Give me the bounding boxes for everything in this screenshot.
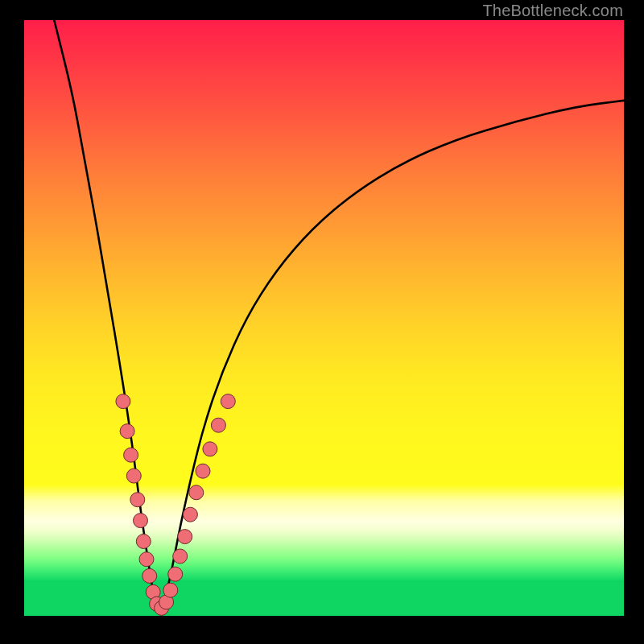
marker-dot bbox=[116, 394, 130, 409]
marker-dot bbox=[178, 530, 192, 544]
chart-frame: TheBottleneck.com bbox=[0, 0, 644, 644]
marker-dot bbox=[168, 567, 183, 581]
marker-dot bbox=[142, 568, 157, 583]
marker-dot bbox=[139, 552, 154, 567]
marker-dot bbox=[134, 514, 148, 528]
marker-dot bbox=[130, 493, 145, 507]
marker-dot bbox=[173, 549, 188, 564]
marker-dot bbox=[126, 469, 141, 483]
marker-dot bbox=[136, 535, 151, 549]
marker-dot bbox=[189, 485, 204, 500]
watermark-text: TheBottleneck.com bbox=[482, 2, 623, 20]
marker-dot bbox=[203, 442, 217, 456]
marker-dot bbox=[211, 418, 225, 432]
marker-dot bbox=[120, 424, 134, 439]
marker-dot bbox=[196, 464, 210, 478]
marker-dot bbox=[163, 583, 178, 597]
marker-dot bbox=[183, 507, 197, 522]
bottleneck-curve-svg bbox=[24, 20, 624, 616]
marker-dot bbox=[221, 394, 235, 409]
marker-dot bbox=[124, 448, 138, 462]
plot-area bbox=[24, 20, 624, 616]
